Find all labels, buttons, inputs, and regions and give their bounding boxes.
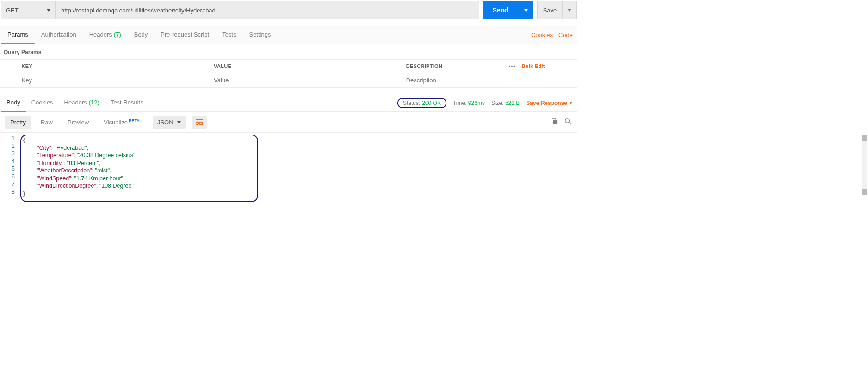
status-value: 200 OK	[422, 100, 441, 106]
copy-icon-svg	[551, 117, 558, 125]
time-value: 926ms	[468, 100, 485, 106]
size-label: Size:	[491, 100, 504, 106]
format-select[interactable]: JSON	[153, 116, 186, 129]
response-meta: Status: 200 OK Time: 926ms Size: 521 B S…	[397, 98, 573, 108]
copy-icon[interactable]	[551, 117, 558, 127]
view-right-tools	[551, 117, 572, 127]
tab-prerequest[interactable]: Pre-request Script	[154, 26, 216, 44]
wrap-lines-button[interactable]	[192, 116, 207, 129]
cookies-link[interactable]: Cookies	[531, 31, 553, 38]
size-value: 521 B	[505, 100, 520, 106]
line-gutter: 12345678	[2, 135, 20, 202]
tab-headers-count: (7)	[114, 31, 121, 38]
beta-badge: BETA	[129, 118, 140, 123]
resp-tab-headers-count: (12)	[89, 99, 99, 106]
time-label: Time:	[453, 100, 467, 106]
view-tab-pretty[interactable]: Pretty	[5, 116, 31, 129]
query-params-table: KEY VALUE DESCRIPTION ••• Bulk Edit	[0, 59, 577, 88]
chevron-down-icon	[524, 9, 528, 12]
request-tabs: Params Authorization Headers (7) Body Pr…	[0, 26, 577, 44]
size-meta: Size: 521 B	[491, 100, 520, 106]
bulk-edit-link[interactable]: Bulk Edit	[521, 63, 545, 69]
format-label: JSON	[157, 119, 174, 126]
tab-headers-label: Headers	[89, 31, 112, 38]
resp-tab-headers[interactable]: Headers (12)	[59, 94, 105, 112]
status-badge: Status: 200 OK	[397, 98, 446, 108]
request-bar: GET Send Save	[0, 0, 577, 20]
tab-settings[interactable]: Settings	[242, 26, 277, 44]
col-description: DESCRIPTION	[401, 60, 503, 73]
save-button[interactable]: Save	[537, 1, 563, 19]
svg-line-3	[569, 122, 571, 124]
view-tab-raw[interactable]: Raw	[35, 116, 58, 129]
vertical-scrollbar[interactable]	[862, 135, 867, 195]
http-method-select[interactable]: GET	[1, 1, 56, 19]
time-meta: Time: 926ms	[453, 100, 485, 106]
key-input[interactable]	[22, 77, 203, 84]
scrollbar-thumb[interactable]	[862, 135, 867, 141]
query-params-title: Query Params	[0, 44, 577, 59]
more-actions-icon[interactable]: •••	[509, 63, 516, 69]
tab-body[interactable]: Body	[128, 26, 155, 44]
description-input[interactable]	[406, 77, 571, 84]
response-tabs: Body Cookies Headers (12) Test Results S…	[0, 94, 577, 112]
status-label: Status:	[403, 100, 420, 106]
response-json[interactable]: { "City": "Hyderabad", "Temperature": "2…	[20, 135, 258, 202]
svg-rect-0	[553, 120, 558, 124]
table-row	[0, 73, 577, 88]
tab-authorization[interactable]: Authorization	[35, 26, 83, 44]
wrap-icon	[195, 119, 204, 125]
save-response-button[interactable]: Save Response	[526, 100, 573, 106]
save-response-label: Save Response	[526, 100, 567, 106]
search-icon-svg	[564, 117, 572, 125]
svg-point-2	[565, 119, 570, 123]
resp-tab-headers-label: Headers	[64, 99, 87, 106]
chevron-down-icon	[568, 9, 571, 12]
view-tab-visualize[interactable]: VisualizeBETA	[98, 116, 145, 129]
url-input[interactable]	[56, 1, 479, 19]
col-value: VALUE	[208, 60, 401, 73]
scrollbar-thumb[interactable]	[862, 189, 867, 195]
save-dropdown-button[interactable]	[563, 1, 577, 19]
send-button[interactable]: Send	[483, 1, 518, 19]
view-tabs: Pretty Raw Preview VisualizeBETA JSON	[0, 112, 577, 133]
value-input[interactable]	[214, 77, 395, 84]
tab-headers[interactable]: Headers (7)	[83, 26, 128, 44]
request-links: Cookies Code	[531, 31, 573, 38]
resp-tab-cookies[interactable]: Cookies	[26, 94, 59, 112]
tab-tests[interactable]: Tests	[216, 26, 242, 44]
response-body-area: 12345678 { "City": "Hyderabad", "Tempera…	[0, 133, 577, 206]
chevron-down-icon	[569, 102, 573, 104]
send-dropdown-button[interactable]	[518, 1, 533, 19]
tab-params[interactable]: Params	[1, 26, 35, 44]
col-key: KEY	[16, 60, 209, 73]
view-tab-visualize-label: Visualize	[104, 119, 128, 126]
http-method-label: GET	[6, 7, 19, 14]
resp-tab-testresults[interactable]: Test Results	[105, 94, 149, 112]
search-icon[interactable]	[564, 117, 572, 127]
resp-tab-body[interactable]: Body	[1, 94, 26, 112]
chevron-down-icon	[177, 121, 181, 123]
view-tab-preview[interactable]: Preview	[62, 116, 94, 129]
chevron-down-icon	[47, 9, 50, 12]
code-link[interactable]: Code	[558, 31, 573, 38]
